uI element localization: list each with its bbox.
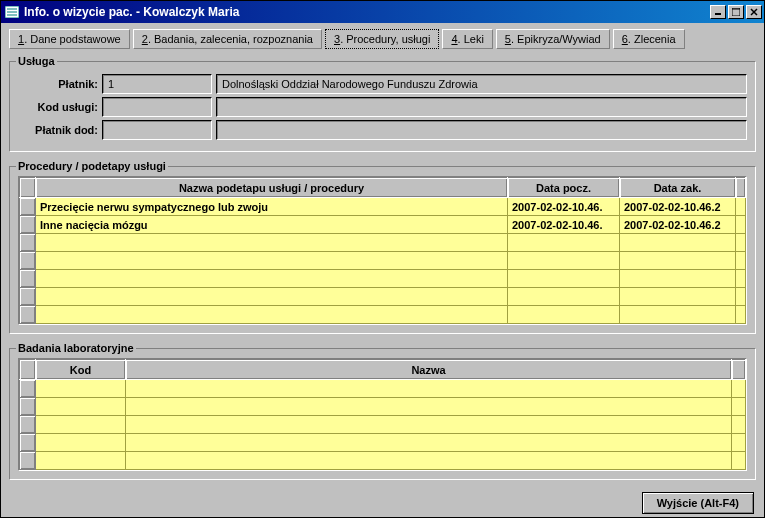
field-platnik-code[interactable]: 1 [102,74,212,94]
col-scroll [732,360,746,380]
window-title: Info. o wizycie pac. - Kowalczyk Maria [24,5,708,19]
table-row[interactable] [20,234,746,252]
cell-pocz[interactable]: 2007-02-02-10.46. [508,216,620,234]
titlebar-buttons [708,5,762,19]
tab-dane-podstawowe[interactable]: 1. Dane podstawowe [9,29,130,49]
table-row[interactable] [20,434,746,452]
exit-button[interactable]: Wyjście (Alt-F4) [642,492,754,514]
cell-nazwa[interactable]: Inne nacięcia mózgu [36,216,508,234]
grid-badania-header: Kod Nazwa [20,360,746,380]
table-row[interactable] [20,306,746,324]
app-icon [4,4,20,20]
row-platnik-dod: Płatnik dod: [18,120,747,140]
grid-procedury-header: Nazwa podetapu usługi / procedury Data p… [20,178,746,198]
row-header[interactable] [20,216,36,234]
col-rowhead [20,178,36,198]
field-platnik-name[interactable]: Dolnośląski Oddział Narodowego Funduszu … [216,74,747,94]
bottom-bar: Wyjście (Alt-F4) [9,488,756,518]
table-row[interactable] [20,252,746,270]
field-platnikdod-name[interactable] [216,120,747,140]
label-platnik: Płatnik: [18,78,98,90]
group-badania: Badania laboratoryjne Kod Nazwa [9,342,756,480]
window: Info. o wizycie pac. - Kowalczyk Maria 1… [0,0,765,518]
table-row[interactable] [20,270,746,288]
titlebar: Info. o wizycie pac. - Kowalczyk Maria [1,1,764,23]
row-kod-uslugi: Kod usługi: [18,97,747,117]
col-nazwa[interactable]: Nazwa [126,360,732,380]
close-button[interactable] [746,5,762,19]
cell-zak[interactable]: 2007-02-02-10.46.2 [620,216,736,234]
table-row[interactable] [20,288,746,306]
cell-nazwa[interactable]: Przecięcie nerwu sympatycznego lub zwoju [36,198,508,216]
label-kod-uslugi: Kod usługi: [18,101,98,113]
col-scroll [736,178,746,198]
tab-zlecenia[interactable]: 6. Zlecenia [613,29,685,49]
label-platnik-dod: Płatnik dod: [18,124,98,136]
minimize-button[interactable] [710,5,726,19]
group-procedury: Procedury / podetapy usługi Nazwa podeta… [9,160,756,334]
col-zak[interactable]: Data zak. [620,178,736,198]
table-row[interactable] [20,398,746,416]
group-usluga: Usługa Płatnik: 1 Dolnośląski Oddział Na… [9,55,756,152]
row-platnik: Płatnik: 1 Dolnośląski Oddział Narodoweg… [18,74,747,94]
table-row[interactable]: Inne nacięcia mózgu 2007-02-02-10.46. 20… [20,216,746,234]
table-row[interactable]: Przecięcie nerwu sympatycznego lub zwoju… [20,198,746,216]
group-usluga-legend: Usługa [16,55,57,67]
cell-pocz[interactable]: 2007-02-02-10.46. [508,198,620,216]
tab-epikryza[interactable]: 5. Epikryza/Wywiad [496,29,610,49]
col-pocz[interactable]: Data pocz. [508,178,620,198]
col-rowhead [20,360,36,380]
field-kod-name[interactable] [216,97,747,117]
content: 1. Dane podstawowe 2. Badania, zalecenia… [1,23,764,518]
tab-leki[interactable]: 4. Leki [442,29,492,49]
table-row[interactable] [20,452,746,470]
group-procedury-legend: Procedury / podetapy usługi [16,160,168,172]
grid-procedury[interactable]: Nazwa podetapu usługi / procedury Data p… [18,176,747,325]
group-badania-legend: Badania laboratoryjne [16,342,136,354]
row-header[interactable] [20,198,36,216]
grid-badania[interactable]: Kod Nazwa [18,358,747,471]
col-kod[interactable]: Kod [36,360,126,380]
tab-badania[interactable]: 2. Badania, zalecenia, rozpoznania [133,29,322,49]
cell-zak[interactable]: 2007-02-02-10.46.2 [620,198,736,216]
maximize-button[interactable] [728,5,744,19]
tabstrip: 1. Dane podstawowe 2. Badania, zalecenia… [9,29,756,49]
col-nazwa[interactable]: Nazwa podetapu usługi / procedury [36,178,508,198]
table-row[interactable] [20,416,746,434]
field-kod-code[interactable] [102,97,212,117]
tab-procedury[interactable]: 3. Procedury, usługi [325,29,439,49]
field-platnikdod-code[interactable] [102,120,212,140]
table-row[interactable] [20,380,746,398]
